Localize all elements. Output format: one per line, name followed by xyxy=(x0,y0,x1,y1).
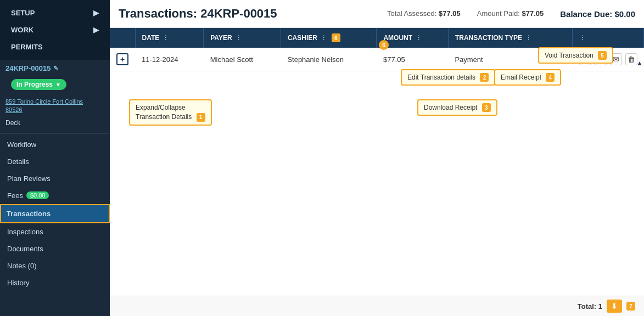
amount-paid: Amount Paid: $77.05 xyxy=(477,9,544,19)
sidebar-item-plan-reviews[interactable]: Plan Reviews xyxy=(0,170,110,187)
sort-type-icon[interactable]: ⋮ xyxy=(525,35,531,42)
arrow-right-icon: ▶ xyxy=(93,26,99,34)
sidebar-item-history[interactable]: History xyxy=(0,274,110,291)
transactions-table: DATE ⋮ PAYER ⋮ CASHIER ⋮ xyxy=(110,28,644,71)
footer-badge-7: 7 xyxy=(626,302,635,311)
col-actions: ⋮ xyxy=(573,28,644,48)
col-cashier[interactable]: CASHIER ⋮ 6 xyxy=(281,28,377,48)
expand-cell: + xyxy=(110,48,135,71)
sort-date-icon[interactable]: ⋮ xyxy=(163,35,169,42)
cashier-cell: Stephanie Nelson xyxy=(281,48,377,71)
sidebar-item-documents[interactable]: Documents xyxy=(0,240,110,257)
sidebar-item-permits[interactable]: PERMITS xyxy=(5,38,104,55)
header-stats: Total Assessed: $77.05 Amount Paid: $77.… xyxy=(387,9,635,19)
arrow-right-icon: ▶ xyxy=(93,9,99,17)
payer-cell: Michael Scott xyxy=(204,48,281,71)
table-header-row: DATE ⋮ PAYER ⋮ CASHIER ⋮ xyxy=(110,28,644,48)
table-footer: Total: 1 ⬇ 7 xyxy=(110,296,644,316)
transactions-table-container: DATE ⋮ PAYER ⋮ CASHIER ⋮ xyxy=(110,28,644,296)
amount-cell: $77.05 xyxy=(377,48,448,71)
email-receipt-button[interactable]: ✉ xyxy=(610,53,622,65)
total-assessed: Total Assessed: $77.05 xyxy=(387,9,461,19)
fees-badge: $0.00 xyxy=(26,191,49,199)
callout-3: Download Receipt 3 xyxy=(417,99,497,116)
status-badge[interactable]: In Progress ▼ xyxy=(5,77,104,92)
actions-col-icon[interactable]: ⋮ xyxy=(579,35,585,42)
property-type-label: Deck xyxy=(0,118,110,131)
sidebar-item-inspections[interactable]: Inspections xyxy=(0,223,110,240)
address-link[interactable]: 859 Torino Circle Fort Collins 80526 xyxy=(0,94,110,118)
sort-amount-icon[interactable]: ⋮ xyxy=(416,35,422,42)
divider xyxy=(0,133,110,134)
actions-cell: ✎ ⬇ ✉ 🗑 xyxy=(573,48,644,71)
col-date[interactable]: DATE ⋮ xyxy=(135,28,204,48)
sidebar-item-fees[interactable]: Fees $0.00 xyxy=(0,187,110,204)
main-content: Transactions: 24KRP-00015 Total Assessed… xyxy=(110,0,644,316)
date-cell: 11-12-2024 xyxy=(135,48,204,71)
sidebar-top-menu: SETUP ▶ WORK ▶ PERMITS xyxy=(0,0,110,60)
edit-transaction-button[interactable]: ✎ xyxy=(579,53,591,65)
sidebar-item-details[interactable]: Details xyxy=(0,153,110,170)
download-icon: ⬇ xyxy=(611,302,618,311)
type-cell: Payment xyxy=(448,48,572,71)
callout-1: Expand/CollapseTransaction Details 1 xyxy=(129,99,212,126)
col-amount[interactable]: AMOUNT ⋮ xyxy=(377,28,448,48)
expand-collapse-button[interactable]: + xyxy=(116,53,128,65)
callout-2: Edit Transaction details 2 xyxy=(401,69,495,86)
record-id: 24KRP-00015 ✎ xyxy=(0,60,110,75)
edit-record-icon[interactable]: ✎ xyxy=(53,65,58,72)
table-row: + 11-12-2024 Michael Scott Stephanie Nel… xyxy=(110,48,644,71)
page-title: Transactions: 24KRP-00015 xyxy=(119,7,277,21)
sidebar-item-notes[interactable]: Notes (0) xyxy=(0,257,110,274)
sidebar-item-work[interactable]: WORK ▶ xyxy=(5,21,104,38)
col-expand xyxy=(110,28,135,48)
sidebar-item-transactions[interactable]: Transactions xyxy=(0,204,110,223)
download-all-button[interactable]: ⬇ xyxy=(607,300,622,313)
download-receipt-button[interactable]: ⬇ xyxy=(595,53,607,65)
total-count: Total: 1 xyxy=(578,302,602,311)
col-transaction-type[interactable]: TRANSACTION TYPE ⋮ xyxy=(448,28,572,48)
action-icons-group: ✎ ⬇ ✉ 🗑 xyxy=(579,53,637,65)
cashier-col-badge: 6 xyxy=(332,33,340,42)
balance-due: Balance Due: $0.00 xyxy=(560,9,635,19)
sort-cashier-icon[interactable]: ⋮ xyxy=(321,35,327,42)
page-header: Transactions: 24KRP-00015 Total Assessed… xyxy=(110,0,644,28)
status-dropdown-arrow: ▼ xyxy=(55,82,61,88)
sidebar: SETUP ▶ WORK ▶ PERMITS 24KRP-00015 ✎ In … xyxy=(0,0,110,316)
sort-payer-icon[interactable]: ⋮ xyxy=(236,35,242,42)
void-transaction-button[interactable]: 🗑 xyxy=(625,53,637,65)
col-payer[interactable]: PAYER ⋮ xyxy=(204,28,281,48)
callout-4: Email Receipt 4 xyxy=(494,69,561,86)
sidebar-item-workflow[interactable]: Workflow xyxy=(0,136,110,153)
sidebar-item-setup[interactable]: SETUP ▶ xyxy=(5,4,104,21)
